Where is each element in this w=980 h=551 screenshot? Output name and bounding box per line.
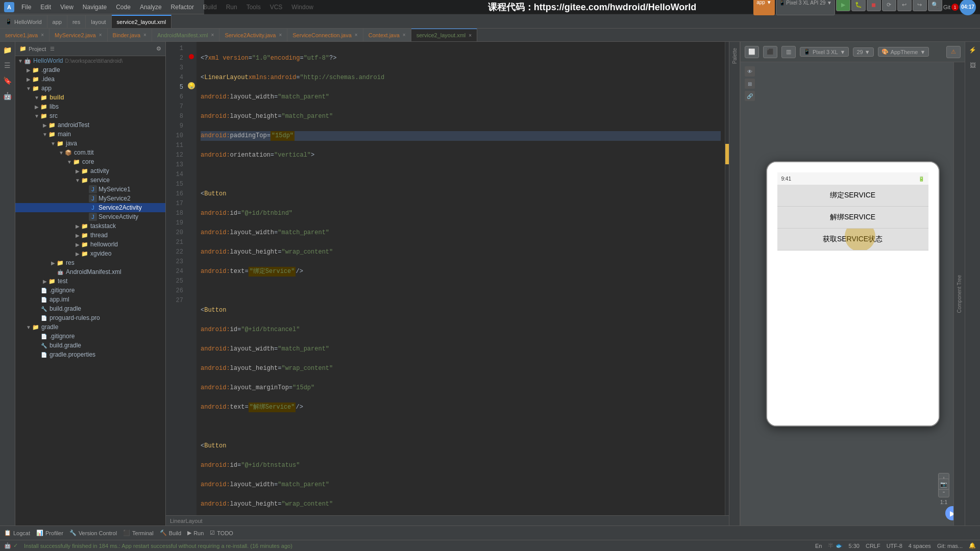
file-tab-service2layout[interactable]: service2_layout.xml × <box>411 29 477 41</box>
bookmarks-icon[interactable]: 🔖 <box>2 74 14 87</box>
file-tab-myservice2[interactable]: MyService2.java × <box>50 29 108 41</box>
tree-item-buildgradle[interactable]: 🔧 build.gradle <box>15 304 165 313</box>
attributes-icon[interactable]: ⚡ <box>967 44 979 56</box>
status-indent[interactable]: 4 spaces <box>909 543 931 549</box>
menu-window[interactable]: Window <box>287 3 317 12</box>
tree-item-app[interactable]: ▼ 📁 app <box>15 84 165 93</box>
file-tab-manifest[interactable]: AndroidManifest.xml × <box>152 29 220 41</box>
file-tab-service2activity[interactable]: Service2Activity.java × <box>219 29 287 41</box>
status-git[interactable]: Git: mas... <box>937 543 963 549</box>
device-selector-top[interactable]: 📱 Pixel 3 XL API 29 ▼ <box>776 0 835 15</box>
file-tab-service2activity-close[interactable]: × <box>279 32 282 38</box>
file-tab-context[interactable]: Context.java × <box>363 29 411 41</box>
tree-item-test[interactable]: ▶ 📁 test <box>15 277 165 286</box>
tree-item-libs[interactable]: ▶ 📁 libs <box>15 102 165 111</box>
eye-icon[interactable]: 👁 <box>745 66 755 77</box>
gutter-2[interactable] <box>186 52 197 61</box>
warning-btn[interactable]: ⚠ <box>946 46 961 58</box>
menu-vcs[interactable]: VCS <box>266 3 287 12</box>
tree-item-gitignore-root[interactable]: 📄 .gitignore <box>15 332 165 341</box>
menu-edit[interactable]: Edit <box>36 3 55 12</box>
tree-item-core[interactable]: ▼ 📁 core <box>15 157 165 166</box>
tree-item-myservice1[interactable]: J MyService1 <box>15 185 165 194</box>
tree-item-main[interactable]: ▼ 📁 main <box>15 130 165 139</box>
sidebar-settings-icon[interactable]: ⚙ <box>156 45 161 52</box>
tree-item-proguard[interactable]: 📄 proguard-rules.pro <box>15 313 165 322</box>
project-icon[interactable]: 📁 <box>2 44 14 56</box>
tree-item-gradle[interactable]: ▶ 📁 .gradle <box>15 65 165 74</box>
version-control-btn[interactable]: 🔧 Version Control <box>69 530 117 536</box>
debug-btn[interactable]: 🐛 <box>851 0 866 11</box>
tree-item-thread[interactable]: ▶ 📁 thread <box>15 231 165 240</box>
tree-item-idea[interactable]: ▶ 📁 .idea <box>15 74 165 84</box>
screenshot-btn[interactable]: 📷 <box>938 479 949 490</box>
tab-res[interactable]: res <box>67 15 86 28</box>
tree-item-build[interactable]: ▼ 📁 build <box>15 93 165 102</box>
file-tab-service1-close[interactable]: × <box>41 32 44 38</box>
redo-btn[interactable]: ↪ <box>913 0 927 11</box>
constraint-icon[interactable]: 🔗 <box>745 91 755 101</box>
profiler-btn[interactable]: 📊 Profiler <box>36 530 63 536</box>
file-tab-serviceconn-close[interactable]: × <box>355 32 358 38</box>
tree-item-service-folder[interactable]: ▼ 📁 service <box>15 176 165 185</box>
tree-item-myservice2[interactable]: J MyService2 <box>15 194 165 203</box>
file-tab-service2layout-close[interactable]: × <box>469 33 472 38</box>
resource-manager-icon[interactable]: 🖼 <box>967 59 979 71</box>
menu-navigate[interactable]: Navigate <box>79 3 111 12</box>
status-encoding[interactable]: CRLF <box>866 543 880 549</box>
android-icon[interactable]: 🤖 <box>2 90 14 102</box>
tree-item-activity[interactable]: ▶ 📁 activity <box>15 166 165 176</box>
tab-service2-layout[interactable]: service2_layout.xml <box>112 15 172 28</box>
tree-item-taskstack[interactable]: ▶ 📁 taskstack <box>15 221 165 231</box>
breakpoint-2[interactable] <box>189 54 194 59</box>
sync-btn[interactable]: ⟳ <box>882 0 896 11</box>
run-config-selector[interactable]: app ▼ <box>753 0 774 15</box>
tab-helloworld[interactable]: 📱 HelloWorld <box>0 15 47 28</box>
structure-icon[interactable]: ☰ <box>2 59 14 71</box>
logcat-btn[interactable]: 📋 Logcat <box>4 530 30 536</box>
split-view-btn[interactable]: ▥ <box>781 46 796 58</box>
build-btn[interactable]: 🔨 Build <box>160 530 181 536</box>
menu-code[interactable]: Code <box>112 3 135 12</box>
tree-item-serviceactivity[interactable]: J ServiceActivity <box>15 212 165 221</box>
tree-item-res[interactable]: ▶ 📁 res <box>15 258 165 267</box>
tree-item-java[interactable]: ▼ 📁 java <box>15 139 165 148</box>
menu-tools[interactable]: Tools <box>242 3 265 12</box>
tree-item-androidtest[interactable]: ▶ 📁 androidTest <box>15 120 165 130</box>
design-view-btn[interactable]: ⬜ <box>745 46 759 58</box>
phone-unbind-btn[interactable]: 解绑SERVICE <box>777 207 928 229</box>
run-btn[interactable]: ▶ <box>836 0 850 11</box>
status-line-col[interactable]: 5:30 <box>849 543 860 549</box>
blueprint-view-btn[interactable]: ⬛ <box>763 46 777 58</box>
status-file-encoding[interactable]: UTF-8 <box>887 543 902 549</box>
tree-item-gradleprops[interactable]: 📄 gradle.properties <box>15 350 165 359</box>
grid-icon[interactable]: ⊞ <box>745 79 755 89</box>
todo-btn[interactable]: ☑ TODO <box>210 530 233 536</box>
tree-item-xgvideo[interactable]: ▶ 📁 xgvideo <box>15 249 165 258</box>
tree-item-androidmanifest[interactable]: 🤖 AndroidManifest.xml <box>15 267 165 277</box>
file-tab-manifest-close[interactable]: × <box>211 32 214 38</box>
device-dropdown[interactable]: 📱 Pixel 3 XL ▼ <box>800 47 849 57</box>
menu-view[interactable]: View <box>56 3 78 12</box>
tab-layout[interactable]: layout <box>86 15 111 28</box>
tree-item-buildgradle-root[interactable]: 🔧 build.gradle <box>15 341 165 350</box>
tree-item-com-ttit[interactable]: ▼ 📦 com.ttit <box>15 148 165 157</box>
menu-build[interactable]: Build <box>199 3 221 12</box>
file-tab-binder[interactable]: Binder.java × <box>108 29 152 41</box>
stop-btn[interactable]: ◼ <box>867 0 881 11</box>
file-tab-context-close[interactable]: × <box>403 32 406 38</box>
tree-item-src[interactable]: ▼ 📁 src <box>15 111 165 120</box>
tab-app[interactable]: app <box>47 15 67 28</box>
tree-item-service2activity[interactable]: J Service2Activity <box>15 203 165 212</box>
tree-item-appiml[interactable]: 📄 app.iml <box>15 295 165 304</box>
phone-bind-btn[interactable]: 绑定SERVICE <box>777 185 928 207</box>
api-dropdown[interactable]: 29 ▼ <box>853 47 873 57</box>
status-language[interactable]: En <box>815 543 822 549</box>
undo-btn[interactable]: ↩ <box>897 0 912 11</box>
file-tab-myservice2-close[interactable]: × <box>99 32 102 38</box>
search-everywhere-btn[interactable]: 🔍 <box>928 0 942 11</box>
code-text[interactable]: <?xml version="1.0" encoding="utf-8"?> <… <box>197 42 725 515</box>
file-tab-binder-close[interactable]: × <box>143 32 146 38</box>
theme-dropdown[interactable]: 🎨 AppTheme ▼ <box>878 47 929 57</box>
run-output-btn[interactable]: ▶ Run <box>187 530 204 536</box>
